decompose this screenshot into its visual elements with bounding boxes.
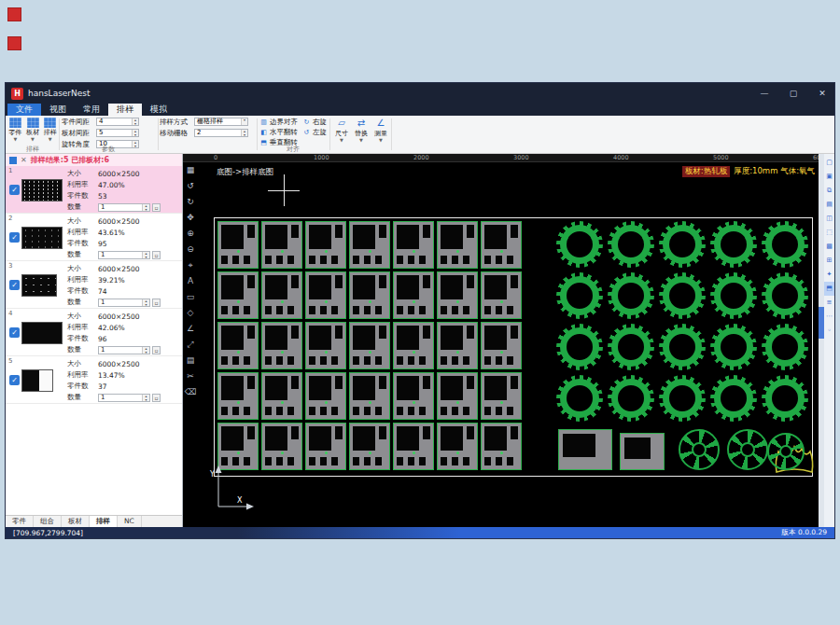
quantity-more-button[interactable]: ▫ <box>152 394 161 402</box>
nested-plate-part[interactable] <box>261 271 302 319</box>
hatch-icon[interactable]: ▩ <box>824 240 834 254</box>
copy-icon[interactable]: ⧉ <box>824 184 834 198</box>
nested-plate-part[interactable] <box>217 271 259 319</box>
nested-gear-part[interactable] <box>762 221 808 268</box>
nested-gear-part[interactable] <box>556 324 603 370</box>
layers-icon[interactable]: ▤ <box>183 353 198 368</box>
nest-result-item[interactable]: 3 ✓ 大小6000×2500 利用率39.21% 零件数74 数量 1▴ ▾ … <box>6 261 182 309</box>
fill-icon[interactable]: ▣ <box>824 170 834 184</box>
panel-icon[interactable]: ⬒ <box>824 282 834 296</box>
nested-impeller-part[interactable] <box>679 429 720 470</box>
list-icon[interactable]: ▤ <box>824 198 834 212</box>
nested-plate-part[interactable] <box>437 423 478 470</box>
nested-plate-part[interactable] <box>393 372 434 420</box>
menu-icon[interactable]: ≡ <box>824 296 834 310</box>
parts-button[interactable]: 零件 ▼ <box>7 118 23 142</box>
split-icon[interactable]: ◫ <box>824 212 834 226</box>
nested-plate-part[interactable] <box>217 322 259 369</box>
window-icon[interactable]: ▢ <box>824 156 834 170</box>
chevron-down-icon[interactable]: ▼ <box>353 138 371 143</box>
redo-icon[interactable]: ↻ <box>183 194 198 210</box>
spinner-icon[interactable]: ▴▾ <box>132 118 138 125</box>
menu-tab-模拟[interactable]: 模拟 <box>142 104 175 116</box>
quantity-input[interactable]: 1▴ ▾ <box>98 251 150 259</box>
nested-gear-part[interactable] <box>556 375 603 422</box>
nested-plate-part[interactable] <box>481 372 522 420</box>
panel-tab-组合[interactable]: 组合 <box>34 516 62 527</box>
sheet-margin-input[interactable]: 5▴▾ <box>96 129 139 137</box>
panel-tab-NC[interactable]: NC <box>118 516 142 527</box>
nested-plate-part[interactable] <box>393 423 434 470</box>
nested-plate-part[interactable] <box>261 423 302 470</box>
desktop-shortcut-icon[interactable] <box>7 7 21 21</box>
quantity-input[interactable]: 1▴ ▾ <box>98 394 150 402</box>
nested-plate-part[interactable] <box>305 322 346 369</box>
nested-plate-part[interactable] <box>261 372 302 420</box>
measure-icon[interactable]: ∠ <box>183 321 198 337</box>
polygon-icon[interactable]: ◇ <box>183 305 198 321</box>
nested-gear-part[interactable] <box>762 324 808 370</box>
measure-button[interactable]: ∠ 测量 ▼ <box>372 118 390 143</box>
menu-tab-排样[interactable]: 排样 <box>108 104 142 116</box>
item-checkbox[interactable]: ✓ <box>9 327 20 338</box>
nested-gear-part[interactable] <box>659 324 706 370</box>
nested-gear-part[interactable] <box>556 221 603 268</box>
star-icon[interactable]: ✦ <box>824 268 834 282</box>
nested-plate-part[interactable] <box>393 322 434 369</box>
desktop-shortcut-icon[interactable] <box>7 36 21 50</box>
dimension-button[interactable]: ▱ 尺寸 ▼ <box>333 118 351 143</box>
nested-plate-part[interactable] <box>305 372 346 420</box>
rect-icon[interactable]: ▭ <box>183 289 198 305</box>
nested-small-part[interactable] <box>558 429 612 470</box>
panel-tab-零件[interactable]: 零件 <box>6 516 34 527</box>
nest-result-item[interactable]: 5 ✓ 大小6000×2500 利用率13.47% 零件数37 数量 1▴ ▾ … <box>6 356 182 404</box>
nested-plate-part[interactable] <box>349 322 390 369</box>
text-icon[interactable]: A <box>183 273 198 289</box>
spinner-icon[interactable]: ▴ ▾ <box>142 252 149 258</box>
nest-result-item[interactable]: 2 ✓ 大小6000×2500 利用率43.61% 零件数95 数量 1▴ ▾ … <box>6 214 182 261</box>
nested-plate-part[interactable] <box>349 271 390 319</box>
nested-gear-part[interactable] <box>608 272 654 319</box>
quantity-more-button[interactable]: ▫ <box>152 251 161 259</box>
nested-plate-part[interactable] <box>481 221 522 269</box>
rotate-left-button[interactable]: ↺左旋 <box>302 128 327 137</box>
nest-result-item[interactable]: 4 ✓ 大小6000×2500 利用率42.06% 零件数96 数量 1▴ ▾ … <box>6 309 182 356</box>
nested-gear-part[interactable] <box>608 375 654 422</box>
nested-gear-part[interactable] <box>710 272 757 319</box>
nested-impeller-part[interactable] <box>727 429 768 470</box>
dot-icon[interactable]: ◦ <box>824 324 834 338</box>
dropdown-icon[interactable]: ▾ <box>241 118 247 125</box>
nest-button[interactable]: 排样 ▼ <box>42 118 58 142</box>
nested-impeller-part[interactable] <box>767 433 805 470</box>
spinner-icon[interactable]: ▴ ▾ <box>142 299 149 306</box>
quantity-more-button[interactable]: ▫ <box>152 203 161 212</box>
nested-plate-part[interactable] <box>217 372 259 420</box>
more-icon[interactable]: ⋯ <box>824 310 834 324</box>
nested-plate-part[interactable] <box>305 221 346 269</box>
nest-result-item[interactable]: 1 ✓ 大小6000×2500 利用率47.00% 零件数53 数量 1▴ ▾ … <box>6 166 182 214</box>
zoom-out-icon[interactable]: ⊖ <box>183 242 198 257</box>
nested-plate-part[interactable] <box>261 322 302 369</box>
boundary-align-button[interactable]: ▥边界对齐 <box>259 118 298 127</box>
quantity-more-button[interactable]: ▫ <box>152 346 161 354</box>
spinner-icon[interactable]: ▴▾ <box>132 130 138 136</box>
center-icon[interactable]: ⌖ <box>183 257 198 273</box>
chevron-down-icon[interactable]: ▼ <box>333 138 351 143</box>
nested-plate-part[interactable] <box>481 423 522 470</box>
maximize-button[interactable]: ▢ <box>781 83 805 104</box>
nested-gear-part[interactable] <box>556 272 603 319</box>
nested-plate-part[interactable] <box>393 221 434 269</box>
frame-icon[interactable]: ⬚ <box>824 226 834 240</box>
menu-tab-常用[interactable]: 常用 <box>75 104 108 116</box>
spinner-icon[interactable]: ▴ ▾ <box>142 347 149 354</box>
chevron-down-icon[interactable]: ▼ <box>7 137 23 142</box>
panel-tab-排样[interactable]: 排样 <box>90 516 118 527</box>
chevron-down-icon[interactable]: ▼ <box>42 137 58 142</box>
title-bar[interactable]: H hansLaserNest — ▢ ✕ <box>6 83 834 104</box>
part-spacing-input[interactable]: 4▴▾ <box>96 118 139 126</box>
nested-gear-part[interactable] <box>659 221 706 268</box>
nested-plate-part[interactable] <box>437 271 478 319</box>
item-checkbox[interactable]: ✓ <box>9 375 20 385</box>
sheet-button[interactable]: 板材 ▼ <box>25 118 41 142</box>
quantity-input[interactable]: 1▴ ▾ <box>98 346 150 354</box>
